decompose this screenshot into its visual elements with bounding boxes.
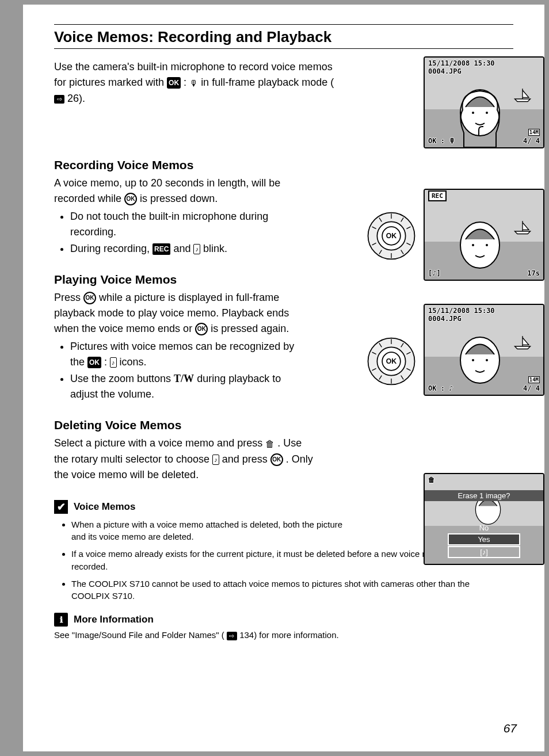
zoom-tw-label: T/W (174, 373, 194, 384)
recording-tip-2: During recording, REC and blink. (70, 241, 296, 257)
notes-title: Voice Memos (74, 501, 135, 513)
svg-text:OK: OK (386, 232, 397, 240)
section-recording-title: Recording Voice Memos (54, 158, 513, 172)
note-3: The COOLPIX S710 cannot be used to attac… (71, 578, 491, 603)
check-icon (54, 500, 68, 514)
screen-date: 15/11/2008 15:300004.JPG (428, 60, 495, 76)
rotary-dial-icon: OK (366, 336, 417, 387)
screen-date: 15/11/2008 15:300004.JPG (428, 307, 495, 323)
manual-page: Voice Memos: Recording and Playback Use … (23, 5, 544, 751)
screen-ok-hint: OK : ♪ (428, 384, 453, 392)
ok-icon: OK (167, 77, 181, 89)
playing-tip-2: Use the zoom buttons T/W during playback… (70, 371, 296, 402)
intro-text-2: in full-frame playback mode ( (201, 77, 334, 88)
microphone-icon (189, 75, 198, 91)
intro-colon: : (184, 77, 189, 88)
memo-delete-icon (212, 455, 219, 465)
screen-quality: 14M (528, 376, 540, 383)
rotary-dial-icon: OK (366, 211, 417, 261)
svg-point-1 (472, 112, 474, 114)
ok-button-icon (83, 292, 96, 304)
erase-option-memo[interactable]: [♪] (448, 546, 520, 558)
screen-counter: 4/ 4 (523, 137, 540, 145)
erase-option-yes[interactable]: Yes (448, 533, 520, 545)
svg-point-18 (472, 244, 474, 246)
moreinfo-text: See "Image/Sound File and Folder Names" … (54, 630, 513, 640)
svg-point-36 (486, 359, 488, 361)
lcd-preview-playback: 15/11/2008 15:300004.JPG 4/ 4 OK : ♪ 14M (424, 304, 544, 396)
ok-button-icon (195, 323, 208, 335)
erase-prompt: Erase 1 image? (425, 490, 543, 501)
intro-paragraph: Use the camera's built-in microphone to … (54, 59, 336, 106)
rule-top (54, 24, 513, 25)
trash-icon: 🗑 (428, 476, 435, 484)
page-title: Voice Memos: Recording and Playback (54, 28, 513, 49)
screen-counter: 4/ 4 (523, 384, 540, 392)
rec-indicator: REC (428, 190, 447, 201)
svg-point-19 (486, 244, 488, 246)
moreinfo-header: More Information (54, 613, 513, 627)
section-playing-body: Press while a picture is displayed in fu… (54, 290, 296, 337)
screen-quality: 14M (528, 129, 540, 136)
section-deleting-body: Select a picture with a voice memo and p… (54, 436, 319, 483)
section-recording-list: Do not touch the built-in microphone dur… (54, 209, 296, 257)
screen-ok-hint: OK : 🎙 (428, 137, 456, 145)
ok-icon: OK (87, 357, 101, 368)
info-icon (54, 613, 68, 627)
playing-tip-1: Pictures with voice memos can be recogni… (70, 339, 296, 370)
svg-point-35 (472, 359, 474, 361)
erase-option-no[interactable]: No (448, 523, 520, 533)
page-number: 67 (504, 721, 517, 735)
ok-button-icon (124, 193, 137, 205)
section-playing-list: Pictures with voice memos can be recogni… (54, 339, 296, 402)
note-1: When a picture with a voice memo attache… (71, 518, 359, 544)
svg-text:OK: OK (386, 357, 397, 365)
portrait-illustration (451, 84, 509, 147)
intro-pageref: 26). (67, 93, 85, 104)
rec-icon: REC (152, 243, 170, 255)
lcd-preview-recording: REC 17s [♪] (424, 189, 544, 281)
ok-button-icon (270, 453, 283, 466)
section-recording-body: A voice memo, up to 20 seconds in length… (54, 175, 296, 207)
trash-icon (265, 436, 274, 452)
memo-play-icon (110, 357, 117, 368)
lcd-preview-1: 15/11/2008 15:300004.JPG 4/ 4 OK : 🎙 14M (424, 56, 544, 148)
moreinfo-title: More Information (74, 614, 154, 625)
svg-point-2 (486, 112, 488, 114)
lcd-preview-erase: 🗑 Erase 1 image? No Yes [♪] (424, 473, 544, 565)
memo-blink-icon (193, 244, 200, 255)
rec-time-remaining: 17s (527, 269, 540, 277)
page-ref-icon (227, 632, 237, 640)
recording-tip-1: Do not touch the built-in microphone dur… (70, 209, 296, 240)
memo-icon: [♪] (428, 269, 441, 277)
page-ref-icon (54, 95, 64, 104)
section-deleting-title: Deleting Voice Memos (54, 418, 513, 432)
